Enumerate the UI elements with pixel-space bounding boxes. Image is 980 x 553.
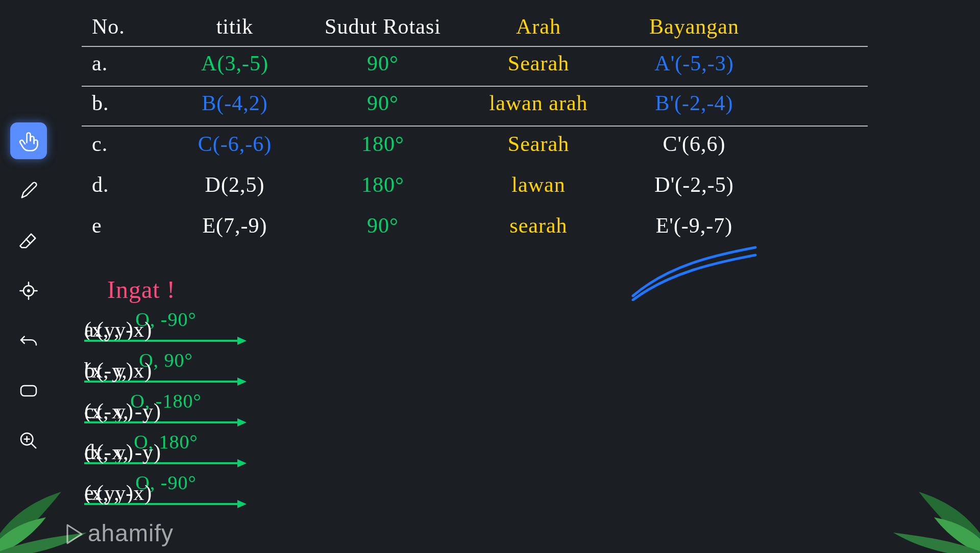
th-bay: Bayangan <box>628 14 761 39</box>
shape-tool[interactable] <box>10 372 47 409</box>
cell-titik: A(3,-5) <box>179 51 291 76</box>
cell-arah: lawan arah <box>480 91 597 115</box>
play-icon <box>61 522 86 546</box>
pen-tool[interactable] <box>10 172 47 209</box>
hand-pointer-icon <box>18 130 39 152</box>
rule-row: a. (x, y) O, -90° (y, -x) <box>84 311 248 342</box>
rule-row: e. (x, y) O, -90° (y, -x) <box>84 474 248 505</box>
cell-bay: D'(-2,-5) <box>628 172 761 197</box>
cell-no: e <box>92 213 102 238</box>
cell-no: a. <box>92 51 108 76</box>
cell-bay: C'(6,6) <box>628 132 761 156</box>
th-arah: Arah <box>480 14 597 39</box>
leaf-decoration-right <box>878 456 980 553</box>
th-no: No. <box>92 14 125 39</box>
double-slash-mark <box>628 245 761 301</box>
rule-to: (-x, -y) <box>84 399 161 423</box>
whiteboard-canvas[interactable]: No. titik Sudut Rotasi Arah Bayangan a. … <box>77 0 893 553</box>
crosshair-icon <box>18 281 39 301</box>
cell-titik: C(-6,-6) <box>179 132 291 156</box>
cell-sudut: 90° <box>316 91 449 115</box>
cell-sudut: 180° <box>316 132 449 156</box>
cell-titik: E(7,-9) <box>179 213 291 238</box>
rule-row: c. (x, y) O, -180° (-x, -y) <box>84 393 248 423</box>
cell-sudut: 90° <box>316 213 449 238</box>
rounded-rect-icon <box>18 381 39 401</box>
undo-tool[interactable] <box>10 322 47 359</box>
th-titik: titik <box>179 14 291 39</box>
toolbar <box>6 122 51 459</box>
cell-titik: B(-4,2) <box>179 91 291 115</box>
rule-to: (y, -x) <box>84 317 152 342</box>
rule-line <box>82 46 868 47</box>
cell-arah: Searah <box>480 51 597 76</box>
rule-row: d. (x, y) O, 180° (-x, -y) <box>84 434 248 464</box>
cell-arah: lawan <box>480 172 597 197</box>
zoom-in-tool[interactable] <box>10 422 47 459</box>
cell-arah: Searah <box>480 132 597 156</box>
rule-to: (-y, x) <box>84 358 152 383</box>
touch-tool[interactable] <box>10 122 47 159</box>
cell-no: d. <box>92 172 109 197</box>
svg-rect-2 <box>21 386 36 396</box>
cell-bay: B'(-2,-4) <box>628 91 761 115</box>
focus-tool[interactable] <box>10 272 47 309</box>
rule-row: b. (x, y) O, 90° (-y, x) <box>84 352 248 383</box>
rule-line <box>82 86 868 87</box>
pen-icon <box>18 181 39 201</box>
cell-no: c. <box>92 132 108 156</box>
zoom-in-icon <box>18 431 39 451</box>
watermark: ahamify <box>61 519 174 547</box>
th-sudut: Sudut Rotasi <box>316 14 449 39</box>
undo-icon <box>18 331 39 351</box>
cell-no: b. <box>92 91 109 115</box>
cell-sudut: 180° <box>316 172 449 197</box>
svg-point-1 <box>28 290 29 291</box>
cell-bay: A'(-5,-3) <box>628 51 761 76</box>
rule-line <box>82 125 868 127</box>
watermark-text: ahamify <box>88 519 174 547</box>
ingat-title: Ingat ! <box>107 275 176 304</box>
cell-bay: E'(-9,-7) <box>628 213 761 238</box>
cell-arah: searah <box>480 213 597 238</box>
cell-sudut: 90° <box>316 51 449 76</box>
cell-titik: D(2,5) <box>179 172 291 197</box>
eraser-icon <box>18 231 39 251</box>
eraser-tool[interactable] <box>10 222 47 259</box>
